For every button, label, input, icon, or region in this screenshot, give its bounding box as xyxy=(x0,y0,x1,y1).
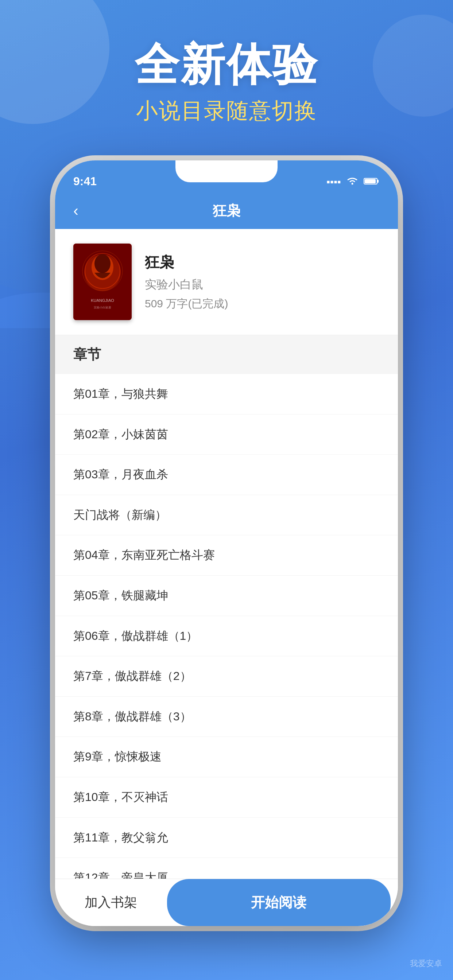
status-icons: ▪▪▪▪ xyxy=(327,175,380,188)
chapter-item[interactable]: 第01章，与狼共舞 xyxy=(55,374,398,415)
chapter-header: 章节 xyxy=(55,335,398,374)
chapter-item[interactable]: 第7章，傲战群雄（2） xyxy=(55,656,398,697)
watermark: 我爱安卓 xyxy=(410,958,442,969)
start-reading-button[interactable]: 开始阅读 xyxy=(167,879,391,926)
bottom-bar: 加入书架 开始阅读 xyxy=(55,879,398,926)
book-cover: KUANGJIAO 实验小白鼠著 xyxy=(73,243,132,320)
nav-bar: ‹ 狂枭 xyxy=(55,192,398,229)
svg-rect-3 xyxy=(365,179,376,183)
chapter-item[interactable]: 第02章，小妹茵茵 xyxy=(55,415,398,455)
svg-point-0 xyxy=(352,183,353,185)
add-bookshelf-button[interactable]: 加入书架 xyxy=(55,879,167,926)
phone-mockup: 9:41 ▪▪▪▪ xyxy=(55,161,398,926)
svg-rect-2 xyxy=(377,180,379,183)
chapter-item[interactable]: 第8章，傲战群雄（3） xyxy=(55,697,398,737)
book-stats: 509 万字(已完成) xyxy=(145,296,380,311)
svg-text:KUANGJIAO: KUANGJIAO xyxy=(91,298,114,302)
phone-notch xyxy=(175,161,278,182)
book-author: 实验小白鼠 xyxy=(145,277,380,293)
chapter-list: 第01章，与狼共舞第02章，小妹茵茵第03章，月夜血杀天门战将（新编）第04章，… xyxy=(55,374,398,879)
chapter-item[interactable]: 天门战将（新编） xyxy=(55,495,398,536)
chapter-item[interactable]: 第12章，帝皇大厦 xyxy=(55,858,398,879)
hero-subtitle: 小说目录随意切换 xyxy=(0,96,453,126)
book-info-section: KUANGJIAO 实验小白鼠著 狂枭 实验小白鼠 509 万字(已完成) xyxy=(55,229,398,335)
status-time: 9:41 xyxy=(73,175,97,188)
chapter-item[interactable]: 第05章，铁腿藏坤 xyxy=(55,576,398,616)
chapter-item[interactable]: 第04章，东南亚死亡格斗赛 xyxy=(55,535,398,576)
hero-title: 全新体验 xyxy=(0,40,453,89)
svg-text:实验小白鼠著: 实验小白鼠著 xyxy=(94,306,111,309)
book-name: 狂枭 xyxy=(145,252,380,272)
chapter-item[interactable]: 第10章，不灭神话 xyxy=(55,777,398,818)
chapter-item[interactable]: 第9章，惊悚极速 xyxy=(55,737,398,777)
svg-point-7 xyxy=(94,254,110,273)
hero-section: 全新体验 小说目录随意切换 xyxy=(0,40,453,126)
back-button[interactable]: ‹ xyxy=(73,202,78,220)
book-details: 狂枭 实验小白鼠 509 万字(已完成) xyxy=(145,252,380,311)
chapter-item[interactable]: 第06章，傲战群雄（1） xyxy=(55,616,398,657)
battery-icon xyxy=(364,176,380,188)
nav-title: 狂枭 xyxy=(213,202,240,220)
signal-icon: ▪▪▪▪ xyxy=(327,176,341,188)
scroll-content[interactable]: KUANGJIAO 实验小白鼠著 狂枭 实验小白鼠 509 万字(已完成) 章节 xyxy=(55,229,398,879)
wifi-icon xyxy=(346,175,359,188)
chapter-header-text: 章节 xyxy=(73,347,101,362)
phone-frame: 9:41 ▪▪▪▪ xyxy=(55,161,398,926)
chapter-item[interactable]: 第11章，教父翁允 xyxy=(55,818,398,858)
chapter-item[interactable]: 第03章，月夜血杀 xyxy=(55,455,398,495)
